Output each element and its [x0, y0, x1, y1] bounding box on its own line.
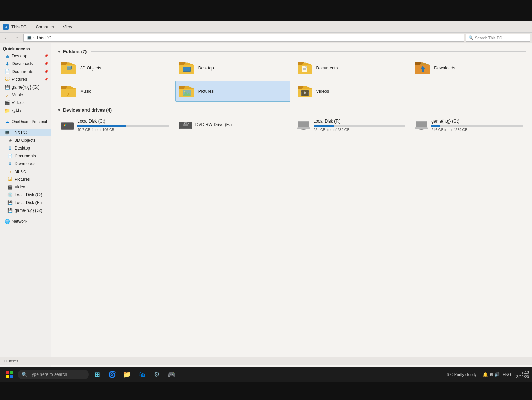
folder-desktop-icon	[178, 60, 195, 76]
sidebar-item-localdiskf[interactable]: 💾 Local Disk (F:)	[0, 199, 51, 207]
drive-c-fill	[77, 125, 126, 127]
folder-music-icon: ♪	[60, 84, 77, 99]
folder-3dobjects[interactable]: 3D Objects	[57, 58, 172, 78]
sidebar-item-pictures2[interactable]: 🖼 Pictures	[0, 175, 51, 183]
svg-rect-59	[298, 122, 309, 127]
window-title: This PC	[11, 24, 27, 29]
folder-music[interactable]: ♪ Music	[57, 81, 172, 102]
title-bar: ⊞ This PC Computer View	[0, 21, 532, 33]
folder-downloads[interactable]: Downloads	[411, 58, 526, 78]
sidebar-item-documents2[interactable]: 📄 Documents	[0, 152, 51, 160]
chevron-down-icon: ▼	[57, 50, 61, 54]
drive-g[interactable]: game{h.g} (G:) 216 GB free of 239 GB	[411, 116, 526, 134]
sidebar-label-gameg: game{h.g} (G:)	[12, 85, 40, 90]
folder-pictures[interactable]: Pictures	[175, 81, 290, 102]
search-icon: 🔍	[469, 35, 473, 40]
svg-rect-49	[64, 124, 65, 125]
items-count: 11 items	[4, 359, 18, 363]
clock-time: 9:13	[514, 370, 529, 374]
sidebar-item-pictures[interactable]: 🖼 Pictures 📌	[0, 75, 51, 83]
sidebar-label-pictures: Pictures	[12, 77, 27, 82]
sidebar-item-network[interactable]: 🌐 Network	[0, 218, 51, 225]
svg-marker-3	[67, 67, 71, 70]
sidebar-item-gameg[interactable]: 💾 game{h.g} (G:)	[0, 83, 51, 91]
sidebar-item-thispc[interactable]: 💻 This PC	[0, 129, 51, 136]
folder-pictures-icon	[178, 84, 195, 99]
dota-icon: 🎮	[168, 371, 176, 378]
dota-button[interactable]: 🎮	[165, 368, 178, 381]
sidebar-item-localdiskc[interactable]: 💿 Local Disk (C:)	[0, 191, 51, 199]
store-button[interactable]: 🛍	[135, 368, 148, 381]
sidebar-item-documents[interactable]: 📄 Documents 📌	[0, 68, 51, 75]
explorer-button[interactable]: 📁	[121, 368, 133, 381]
tab-view[interactable]: View	[59, 23, 76, 30]
folder-videos-label: Videos	[316, 89, 329, 94]
edge-button[interactable]: 🌀	[106, 368, 118, 381]
sidebar-item-videos[interactable]: 🎬 Videos	[0, 99, 51, 107]
svg-rect-57	[180, 128, 191, 129]
taskbar-search[interactable]: 🔍 Type here to search	[18, 370, 89, 379]
folder-desktop[interactable]: Desktop	[175, 58, 290, 78]
steam-icon: ⚙	[154, 371, 160, 378]
folder-videos[interactable]: Videos	[293, 81, 409, 102]
search-placeholder: Search This PC	[475, 36, 502, 40]
sidebar-item-music2[interactable]: ♪ Music	[0, 168, 51, 175]
task-view-icon: ⊞	[95, 371, 100, 378]
drive-g-bar	[431, 125, 523, 127]
taskbar: 🔍 Type here to search ⊞ 🌀 📁 🛍 ⚙ 🎮 6°C Pa…	[0, 367, 532, 382]
drive-g-icon	[414, 119, 428, 132]
toolbar: ← ↑ 💻 › This PC 🔍 Search This PC	[0, 33, 532, 43]
music2-icon: ♪	[7, 169, 13, 174]
sidebar: Quick access 🖥 Desktop 📌 ⬇ Downloads 📌 📄…	[0, 43, 51, 382]
folder-documents-icon	[297, 60, 314, 76]
forward-button[interactable]: ↑	[13, 34, 21, 42]
back-button[interactable]: ←	[2, 34, 11, 42]
sidebar-label-downloads2: Downloads	[15, 161, 35, 166]
folder-3dobjects-icon	[60, 60, 77, 76]
system-tray-icons: ^ 🔔 🖥 🔊	[480, 372, 500, 377]
localdiskf-icon: 💾	[7, 200, 13, 205]
start-button[interactable]	[3, 368, 16, 381]
taskbar-search-text: Type here to search	[29, 372, 67, 377]
svg-rect-11	[185, 72, 188, 72]
sidebar-label-3dobjs: 3D Objects	[15, 138, 35, 143]
sidebar-item-desktop2[interactable]: 🖥 Desktop	[0, 144, 51, 152]
divider2	[0, 127, 51, 127]
clock-date: 12/29/20	[514, 374, 529, 379]
address-bar[interactable]: 💻 › This PC	[23, 34, 464, 42]
divider3	[0, 216, 51, 216]
sidebar-item-desktop[interactable]: 🖥 Desktop 📌	[0, 52, 51, 60]
task-view-button[interactable]: ⊞	[91, 368, 104, 381]
drive-e[interactable]: DVD DVD RW Drive (E:)	[175, 116, 290, 134]
drive-f-info: Local Disk (F:) 221 GB free of 289 GB	[314, 119, 405, 132]
taskbar-search-icon: 🔍	[21, 372, 27, 377]
folder-videos-icon	[297, 84, 314, 99]
tab-computer[interactable]: Computer	[32, 23, 58, 30]
sidebar-label-thispc: This PC	[12, 130, 27, 135]
sidebar-item-danlod[interactable]: 📁 دانلود	[0, 107, 51, 114]
sidebar-item-downloads2[interactable]: ⬇ Downloads	[0, 160, 51, 168]
sidebar-item-gameg2[interactable]: 💾 game{h.g} (G:)	[0, 207, 51, 214]
search-box[interactable]: 🔍 Search This PC	[466, 34, 530, 42]
sidebar-item-music[interactable]: ♪ Music	[0, 91, 51, 99]
window-icon: ⊞	[3, 24, 9, 30]
svg-rect-43	[308, 94, 309, 96]
folder-3dobjects-label: 3D Objects	[80, 66, 101, 71]
section-divider	[91, 51, 526, 52]
sidebar-label-pictures2: Pictures	[15, 177, 30, 182]
drive-c[interactable]: Local Disk (C:) 49.7 GB free of 106 GB	[57, 116, 172, 134]
sidebar-item-downloads[interactable]: ⬇ Downloads 📌	[0, 60, 51, 68]
lang-label: ENG	[503, 372, 511, 377]
weather-text: 6°C Partly cloudy	[447, 372, 477, 377]
drive-c-free: 49.7 GB free of 106 GB	[77, 128, 169, 132]
folder-grid: 3D Objects	[57, 58, 526, 102]
pin-icon-pics: 📌	[44, 78, 48, 81]
music-icon: ♪	[4, 92, 10, 98]
sidebar-item-3dobjs[interactable]: ◈ 3D Objects	[0, 136, 51, 144]
sidebar-item-onedrive[interactable]: ☁ OneDrive - Personal	[0, 118, 51, 125]
sidebar-item-videos2[interactable]: 🎬 Videos	[0, 183, 51, 191]
drive-g-info: game{h.g} (G:) 216 GB free of 239 GB	[431, 119, 523, 132]
steam-button[interactable]: ⚙	[150, 368, 163, 381]
folder-documents[interactable]: Documents	[293, 58, 409, 78]
drive-f[interactable]: Local Disk (F:) 221 GB free of 289 GB	[293, 116, 409, 134]
